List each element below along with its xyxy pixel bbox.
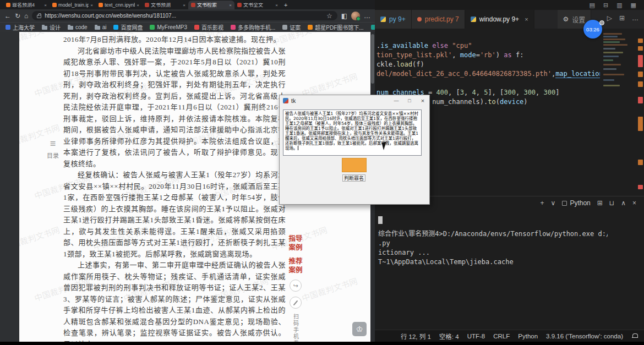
more-actions-icon[interactable]: [632, 14, 638, 22]
back-button[interactable]: [4, 13, 11, 19]
tab-label: 设置: [572, 15, 585, 24]
problem-marker: [638, 46, 643, 51]
scrollbar-thumb[interactable]: [371, 34, 374, 84]
statusbar-item[interactable]: CRLF: [493, 333, 510, 339]
tab-py[interactable]: py 9+: [375, 10, 412, 29]
split-terminal-icon[interactable]: [597, 199, 603, 207]
minimap-line: [603, 44, 627, 46]
home-button[interactable]: [24, 13, 28, 19]
problem-marker: [638, 39, 643, 43]
customize-layout-icon[interactable]: ▦: [631, 1, 636, 9]
close-tab-icon[interactable]: [229, 3, 232, 8]
recommend-cases-button[interactable]: 推荐案例: [288, 257, 303, 275]
terminal-profile-label: Python: [570, 199, 590, 207]
toggle-secondary-sidebar-icon[interactable]: ▥: [616, 1, 622, 9]
close-tab-icon[interactable]: [137, 3, 139, 8]
bookmark-item[interactable]: ai: [95, 24, 107, 30]
tab-window-py[interactable]: window.py 9+: [465, 10, 534, 29]
guide-cases-button[interactable]: 指导案例: [288, 234, 303, 252]
case-text-input[interactable]: 被告人张威与被害人王某1（殁年27岁）均系河北省文安县××镇××村村民。2020…: [283, 109, 422, 156]
run-file-icon[interactable]: [607, 14, 612, 22]
close-tab-icon[interactable]: [44, 3, 47, 8]
minimap[interactable]: [602, 31, 632, 190]
statusbar-item[interactable]: 3.9.16 ('Tensorflow': conda): [546, 333, 623, 339]
tab-predict-py[interactable]: predict.py 7: [412, 10, 465, 29]
browser-tab[interactable]: text_cnn.ipynb: [96, 1, 142, 9]
bookmark-item[interactable]: 多多购物手机...: [231, 23, 275, 31]
browser-tab[interactable]: 文书全文: [234, 1, 281, 9]
minimize-icon[interactable]: [390, 95, 403, 106]
close-tab-icon[interactable]: [275, 3, 278, 8]
browser-tab[interactable]: 文书检索: [188, 1, 234, 9]
maximize-icon[interactable]: [403, 95, 416, 106]
new-terminal-icon[interactable]: [541, 199, 544, 207]
terminal-dropdown-icon[interactable]: [551, 199, 556, 207]
bookmark-label: 百度网盘: [121, 23, 143, 31]
recording-timer[interactable]: 03:26: [583, 20, 602, 39]
code-line: [376, 32, 600, 41]
bookmark-item[interactable]: 证案: [282, 23, 301, 31]
browser-tab[interactable]: model_train.ipynb: [50, 1, 96, 9]
scan-phone-button[interactable]: 扫码手机看: [292, 314, 300, 342]
profile-avatar[interactable]: [351, 12, 360, 20]
refresh-button[interactable]: [15, 13, 20, 19]
terminal-profile[interactable]: Python: [562, 199, 590, 207]
pen-icon: [293, 300, 298, 305]
titlebar-layout-controls: ▤ ⊟ ▥ ▦: [590, 1, 636, 9]
maximize-panel-icon[interactable]: [621, 199, 626, 207]
problem-marker: [638, 160, 643, 165]
share-button[interactable]: [290, 280, 302, 292]
browser-menu-icon[interactable]: [364, 13, 370, 19]
screen: ▤ ⊟ ▥ ▦ py 9+ predict.py 7 window.py 9+: [0, 0, 644, 345]
address-bar[interactable]: https://wenshu.court.gov.cn/website/wens…: [32, 11, 337, 20]
terminal-output[interactable]: 综合作业\罪名预测4>D:/Anaconda/envs/Tensorflow/p…: [375, 210, 608, 330]
predict-button-label: 判断罪名: [342, 174, 365, 182]
predict-button[interactable]: [342, 158, 367, 172]
bookmark-item[interactable]: 设计: [42, 23, 61, 31]
toggle-sidebar-icon[interactable]: ▤: [590, 1, 595, 9]
browser-tab-label: model_train.ipynb: [58, 3, 89, 8]
close-icon[interactable]: [416, 95, 429, 106]
close-tab-icon[interactable]: [90, 3, 93, 8]
bookmark-favicon: [308, 25, 313, 30]
tab-favicon: [145, 3, 149, 7]
problem-marker: [638, 185, 643, 189]
close-tab-icon[interactable]: [525, 16, 528, 23]
browser-sidebar-icon[interactable]: [341, 13, 347, 19]
bookmark-item[interactable]: 上海大学: [6, 23, 35, 31]
code-line: tion_type_list.pkl', mode='rb') as f:: [376, 51, 600, 60]
minimap-line: [603, 39, 625, 40]
new-tab-button[interactable]: [284, 2, 287, 8]
kill-terminal-icon[interactable]: [609, 199, 614, 207]
statusbar-item[interactable]: UTF-8: [467, 333, 485, 339]
tab-favicon: [99, 3, 103, 7]
bookmark-item[interactable]: MyFreeMP3: [150, 24, 187, 30]
assistant-button[interactable]: [352, 322, 367, 336]
close-panel-icon[interactable]: [632, 199, 636, 207]
dialog-titlebar[interactable]: tk: [280, 95, 429, 106]
browser-tab[interactable]: 罪名预测4: [3, 1, 50, 9]
bookmark-item[interactable]: 超星PDF图书馆下...: [308, 23, 363, 31]
minimap-line: [603, 85, 620, 86]
recording-time: 03:26: [586, 26, 599, 32]
correction-button[interactable]: [290, 297, 302, 309]
browser-tab-label: 文书检索: [197, 3, 227, 8]
terminal-cursor: [378, 216, 383, 224]
toc-button[interactable]: 目录: [47, 139, 59, 160]
statusbar-item[interactable]: 空格: 4: [439, 332, 459, 341]
statusbar-item[interactable]: Python: [518, 333, 538, 339]
bookmark-item[interactable]: code: [68, 24, 88, 30]
bookmark-item[interactable]: iData知识检索: [371, 23, 375, 31]
minimap-line: [603, 48, 615, 50]
code-line: [376, 79, 600, 88]
statusbar-item[interactable]: 行 12, 列 1: [401, 332, 431, 341]
toggle-panel-icon[interactable]: ⊟: [603, 1, 608, 9]
close-tab-icon[interactable]: [183, 3, 185, 8]
split-editor-icon[interactable]: [619, 14, 625, 22]
browser-tab[interactable]: 文书预测: [142, 1, 188, 9]
bookmark-item[interactable]: 百度网盘: [113, 23, 143, 31]
bookmark-item[interactable]: 百乐影视: [194, 23, 223, 31]
notifications-bell-icon[interactable]: [632, 333, 637, 339]
favorite-star-icon[interactable]: [326, 13, 332, 19]
document-paragraph: 经复核确认：被告人张威与被害人王某1（殁年27岁）均系河北省文安县××镇××村村…: [63, 169, 286, 260]
